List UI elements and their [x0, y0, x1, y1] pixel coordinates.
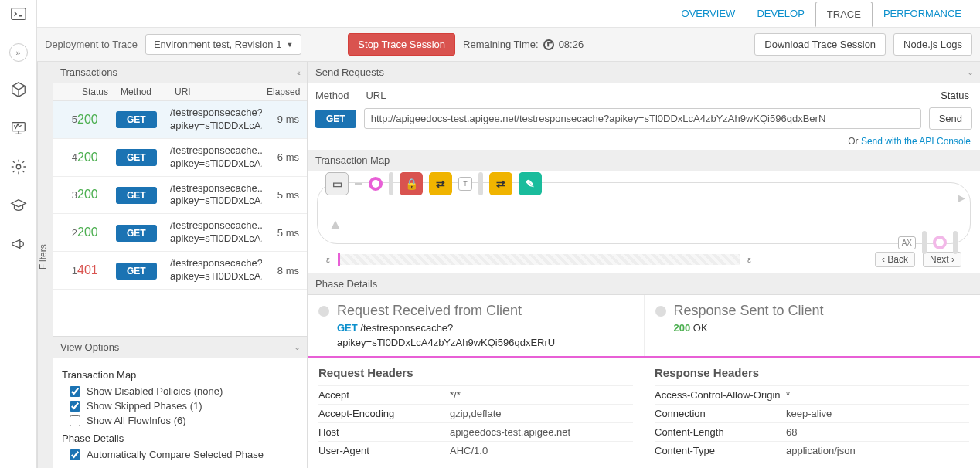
flow-start-icon[interactable]: [369, 177, 383, 191]
vo-phase-opt[interactable]: Automatically Compare Selected Phase: [62, 447, 298, 462]
api-console-link[interactable]: Send with the API Console: [861, 136, 971, 147]
trace-point-icon[interactable]: T: [458, 177, 472, 191]
tmap-title: Transaction Map: [315, 154, 390, 166]
filters-rail[interactable]: Filters: [37, 62, 53, 468]
res-headers-title: Response Headers: [655, 366, 969, 379]
header-key: Content-Length: [655, 426, 786, 438]
req-method: GET: [337, 322, 358, 334]
arrow-right-icon: ▸: [958, 189, 965, 206]
tab-overview[interactable]: OVERVIEW: [671, 2, 747, 25]
tab-develop[interactable]: DEVELOP: [746, 2, 815, 25]
back-button[interactable]: ‹ Back: [875, 252, 915, 267]
phase-dot-icon: [655, 306, 666, 317]
gear-icon[interactable]: [8, 156, 29, 178]
header-row: Access-Control-Allow-Origin*: [655, 385, 969, 404]
education-icon[interactable]: [8, 195, 29, 216]
tx-status: 401: [77, 263, 98, 276]
tx-num: 3: [53, 189, 77, 201]
transaction-map[interactable]: ▭ 🔒 ⇄ T ⇄ ✎ ▲ ▸: [317, 182, 971, 244]
tx-elapsed: 5 ms: [262, 189, 307, 201]
assign-policy-icon[interactable]: ⇄: [489, 172, 512, 195]
deployment-label: Deployment to Trace: [45, 39, 138, 50]
timeline-bar[interactable]: [338, 254, 740, 265]
tx-uri: /testresponsecache?apikey=sTl0DDxLcA...: [170, 107, 262, 133]
transactions-title: Transactions: [60, 66, 117, 78]
monitor-icon[interactable]: [8, 117, 29, 139]
col-uri: URI: [170, 83, 262, 100]
view-option-checkbox[interactable]: [70, 386, 80, 397]
tx-num: 2: [53, 227, 77, 239]
transactions-header: Transactions ‹‹: [53, 62, 307, 83]
view-option[interactable]: Show All FlowInfos (6): [62, 413, 298, 428]
send-method-pill[interactable]: GET: [315, 110, 356, 128]
tab-performance[interactable]: PERFORMANCE: [873, 2, 972, 25]
stop-trace-button[interactable]: Stop Trace Session: [348, 33, 455, 56]
or-text: Or: [848, 136, 858, 147]
tmap-header: Transaction Map: [308, 150, 980, 171]
header-value: *: [786, 389, 790, 401]
request-received-title: Request Received from Client: [337, 303, 522, 319]
transaction-row[interactable]: 1401GET/testresponsecache?apikey=sTl0DDx…: [53, 252, 307, 290]
environment-select[interactable]: Environment test, Revision 1 ▼: [145, 34, 301, 55]
col-status: Status: [77, 83, 116, 100]
tx-status: 200: [77, 113, 98, 126]
res-code: 200: [674, 322, 691, 334]
nodejs-logs-button[interactable]: Node.js Logs: [893, 33, 972, 56]
megaphone-icon[interactable]: [8, 233, 29, 255]
header-key: Access-Control-Allow-Origin: [655, 389, 786, 401]
expand-icon[interactable]: ⌄: [967, 67, 972, 77]
script-policy-icon[interactable]: ✎: [519, 172, 542, 195]
expand-icon[interactable]: ⌄: [294, 342, 299, 352]
toolbar: Deployment to Trace Environment test, Re…: [37, 28, 980, 62]
client-icon[interactable]: ▭: [325, 172, 349, 195]
view-options-title: View Options: [60, 341, 119, 353]
header-key: Connection: [655, 408, 786, 419]
header-row: Accept*/*: [318, 385, 633, 404]
package-icon[interactable]: [8, 79, 29, 100]
tx-elapsed: 9 ms: [262, 114, 307, 125]
tx-method: GET: [116, 263, 157, 280]
tx-method: GET: [116, 149, 157, 166]
expand-icon[interactable]: »: [9, 43, 28, 62]
tx-elapsed: 6 ms: [262, 151, 307, 163]
flow-end-icon[interactable]: [933, 236, 947, 249]
flow-bar-icon: [922, 231, 927, 254]
transaction-row[interactable]: 2200GET/testresponsecache...apikey=sTl0D…: [53, 214, 307, 252]
transaction-row[interactable]: 3200GET/testresponsecache...apikey=sTl0D…: [53, 177, 307, 215]
terminal-icon[interactable]: [8, 3, 29, 25]
collapse-left-icon[interactable]: ‹‹: [297, 68, 299, 77]
transaction-row[interactable]: 5200GET/testresponsecache?apikey=sTl0DDx…: [53, 101, 307, 139]
epsilon-start: ε: [326, 255, 330, 264]
view-option-checkbox[interactable]: [70, 401, 80, 412]
view-option-checkbox[interactable]: [70, 415, 80, 426]
send-button[interactable]: Send: [929, 107, 972, 130]
view-option[interactable]: Show Disabled Policies (none): [62, 384, 298, 398]
chevron-down-icon: ▼: [286, 41, 293, 49]
quota-policy-icon[interactable]: 🔒: [400, 172, 423, 195]
tx-method: GET: [116, 225, 157, 242]
req-headers-title: Request Headers: [318, 366, 633, 379]
header-key: Accept: [318, 389, 450, 401]
tx-method: GET: [116, 187, 157, 204]
header-row: User-AgentAHC/1.0: [318, 441, 633, 460]
download-trace-button[interactable]: Download Trace Session: [754, 33, 886, 56]
assign-policy-icon[interactable]: ⇄: [429, 172, 452, 195]
req-path: /testresponsecache?: [360, 322, 453, 334]
header-row: Connectionkeep-alive: [655, 404, 969, 422]
tx-status: 200: [77, 151, 98, 164]
header-value: apigeedocs-test.apigee.net: [450, 426, 570, 438]
view-option[interactable]: Show Skipped Phases (1): [62, 398, 298, 413]
view-option-label: Show Skipped Phases (1): [87, 400, 202, 412]
send-title: Send Requests: [315, 66, 384, 78]
header-value: keep-alive: [786, 408, 832, 419]
header-row: Accept-Encodinggzip,deflate: [318, 404, 633, 422]
header-key: User-Agent: [318, 445, 450, 456]
col-method: Method: [116, 83, 170, 100]
tab-trace[interactable]: TRACE: [815, 2, 873, 27]
vo-phase-checkbox[interactable]: [70, 449, 80, 460]
next-button[interactable]: Next ›: [923, 252, 961, 267]
transaction-row[interactable]: 4200GET/testresponsecache...apikey=sTl0D…: [53, 139, 307, 177]
url-input[interactable]: [364, 108, 921, 129]
vo-phase-opt-label: Automatically Compare Selected Phase: [87, 449, 264, 460]
analytics-icon[interactable]: AX: [898, 236, 916, 249]
